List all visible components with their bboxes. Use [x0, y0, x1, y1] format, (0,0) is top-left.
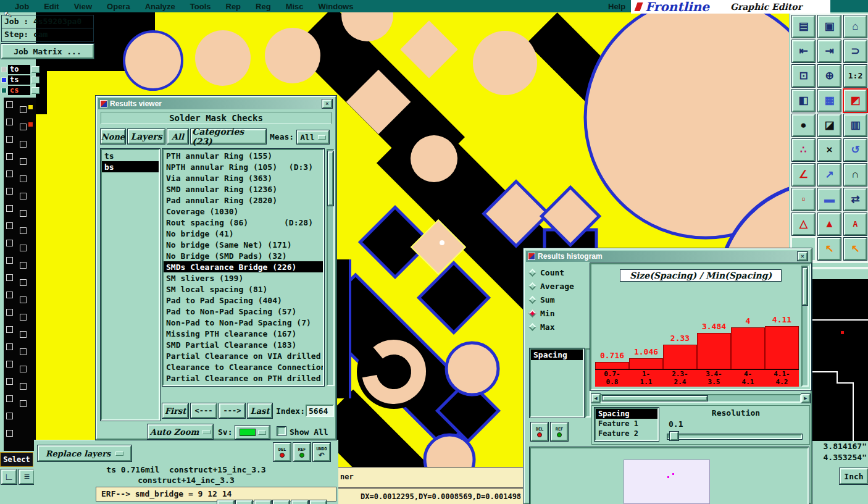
cut-off-button[interactable]	[310, 500, 327, 504]
result-preview-canvas[interactable]	[624, 460, 710, 504]
stat-radio-sum[interactable]: Sum	[530, 293, 588, 306]
layer-checkbox[interactable]	[6, 430, 13, 437]
histogram-bar[interactable]	[663, 345, 697, 369]
zoom-ratio-button[interactable]: 1:2	[844, 65, 867, 87]
screen-view-button[interactable]: ▣	[818, 15, 841, 38]
histogram-del-button[interactable]: DEL	[531, 422, 548, 441]
select-mode-button[interactable]: Select	[0, 452, 33, 467]
index-input[interactable]	[306, 405, 334, 417]
category-row[interactable]: Partial Clearance on PTH drilled	[164, 372, 323, 384]
sv-color-dropdown[interactable]	[235, 426, 270, 439]
first-result-button[interactable]: First	[162, 403, 188, 418]
measure-list[interactable]: Spacing	[530, 348, 584, 418]
delete-result-button[interactable]: DEL	[273, 443, 291, 461]
category-row[interactable]: Clearance to Clearance Connection	[164, 361, 323, 372]
radio-diamond-icon[interactable]	[528, 323, 536, 331]
category-row[interactable]: Non-Pad to Non-Pad Spacing (7)	[164, 317, 323, 328]
layer-visibility-indicator[interactable]	[1, 88, 7, 93]
layer-checkbox[interactable]	[6, 309, 13, 316]
layer-checkbox[interactable]	[20, 383, 27, 390]
category-row[interactable]: SMDs Clearance Bridge (226)	[164, 261, 323, 272]
category-row[interactable]: Rout spacing (86)(D:28)	[164, 217, 323, 228]
layer-checkbox[interactable]	[20, 193, 27, 200]
layer-checkbox[interactable]	[20, 106, 27, 113]
meas-dropdown[interactable]: All	[297, 130, 329, 144]
layer-checkbox[interactable]	[20, 331, 27, 338]
layer-checkbox[interactable]	[6, 395, 13, 402]
ref-result-button[interactable]: REF	[293, 443, 311, 461]
layer-checkbox[interactable]	[6, 205, 13, 212]
rotate-tool-button[interactable]: ↺	[844, 139, 867, 161]
layer-checkbox[interactable]	[6, 136, 13, 143]
cut-off-button[interactable]	[217, 500, 234, 504]
filter-none-button[interactable]: None	[101, 129, 125, 144]
sphere-tool-button[interactable]: ●	[792, 114, 815, 136]
radio-diamond-icon[interactable]	[528, 309, 536, 317]
layer-visibility-indicator[interactable]	[1, 67, 7, 72]
arc-tool-button[interactable]: ∩	[844, 164, 867, 186]
menu-tools[interactable]: Tools	[190, 2, 211, 11]
menu-help[interactable]: Help	[608, 2, 625, 11]
select-cursor-button[interactable]: ↖	[818, 238, 841, 260]
layer-checkbox[interactable]	[20, 245, 27, 251]
measure-item-spacing[interactable]: Spacing	[531, 350, 583, 360]
category-row[interactable]: NPTH annular Ring (105)(D:3)	[164, 161, 323, 172]
layer-checkbox[interactable]	[20, 158, 27, 165]
feature-item[interactable]: Feature 2	[596, 429, 657, 439]
radio-diamond-icon[interactable]	[528, 296, 536, 304]
category-row[interactable]: Pad to Pad Spacing (404)	[164, 295, 323, 306]
layer-checkbox[interactable]	[6, 292, 13, 298]
menu-rep[interactable]: Rep	[226, 2, 241, 11]
feature-item[interactable]: Spacing	[596, 409, 657, 419]
undo-result-button[interactable]: UNDO↶	[313, 443, 330, 461]
categories-button[interactable]: Categories (23)	[191, 129, 266, 144]
home-view-button[interactable]: ⌂	[844, 15, 867, 38]
layer-dropdown-icon[interactable]	[31, 87, 40, 94]
layer-row-ts[interactable]: ts	[1, 75, 41, 85]
category-row[interactable]: Partial Clearance on VIA drilled	[164, 350, 323, 361]
layer-checkbox[interactable]	[20, 175, 27, 182]
layer-checkbox[interactable]	[20, 141, 27, 148]
layer-checkbox[interactable]	[20, 124, 27, 130]
category-row[interactable]: PTH annular Ring (155)	[164, 150, 323, 161]
layer-dropdown-icon[interactable]	[31, 66, 40, 73]
histogram-bar[interactable]	[629, 358, 663, 369]
categories-list[interactable]: PTH annular Ring (155)NPTH annular Ring …	[162, 149, 324, 386]
center-view-button[interactable]: ⊕	[818, 65, 841, 87]
layer-checkbox[interactable]	[20, 279, 27, 286]
category-row[interactable]: Via annular Ring (363)	[164, 172, 323, 183]
results-histogram-titlebar[interactable]: Results histogram ×	[526, 251, 809, 262]
close-icon[interactable]: ×	[322, 99, 332, 108]
layer-checkbox[interactable]	[20, 366, 27, 372]
delete-tool-button[interactable]: ×	[818, 139, 841, 161]
stat-radio-min[interactable]: Min	[530, 306, 588, 320]
line-tool-button[interactable]: ▬	[818, 188, 841, 211]
cut-off-button[interactable]	[236, 500, 252, 504]
chart-vertical-scrollbar[interactable]	[801, 266, 809, 387]
category-row[interactable]: SMD annular Ring (1236)	[164, 183, 323, 195]
menu-reg[interactable]: Reg	[256, 2, 271, 11]
scrollbar-thumb[interactable]	[803, 268, 807, 305]
menu-analyze[interactable]: Analyze	[145, 2, 175, 11]
category-row[interactable]: No Bridge (SMD Pads) (32)	[164, 250, 323, 261]
page-view-button[interactable]: ▤	[792, 15, 815, 38]
add-shape-tool-button[interactable]: △	[792, 213, 815, 235]
vector-tool-button[interactable]: ↗	[818, 164, 841, 186]
resolution-slider-handle[interactable]	[670, 432, 678, 440]
auto-zoom-dropdown[interactable]: Auto Zoom	[148, 424, 213, 439]
menu-opera[interactable]: Opera	[107, 2, 130, 11]
next-result-button[interactable]: --->	[219, 403, 245, 418]
replace-layers-dropdown[interactable]: Replace layers	[38, 445, 131, 461]
category-row[interactable]: Missing PTH clearance (167)	[164, 328, 323, 339]
layer-checkbox[interactable]	[20, 210, 27, 217]
layer-checkbox[interactable]	[6, 101, 13, 108]
histogram-bar[interactable]	[731, 327, 765, 369]
stat-radio-average[interactable]: Average	[530, 279, 588, 293]
layer-checkbox[interactable]	[6, 326, 13, 333]
last-result-button[interactable]: Last	[248, 403, 272, 418]
histogram-bar[interactable]	[595, 362, 629, 369]
category-row[interactable]: No bridge (Same Net) (171)	[164, 239, 323, 250]
category-row[interactable]: SMD Partial Clearance (183)	[164, 339, 323, 350]
pan-left-button[interactable]: ⇤	[792, 40, 815, 62]
histogram-bar[interactable]	[697, 333, 731, 369]
